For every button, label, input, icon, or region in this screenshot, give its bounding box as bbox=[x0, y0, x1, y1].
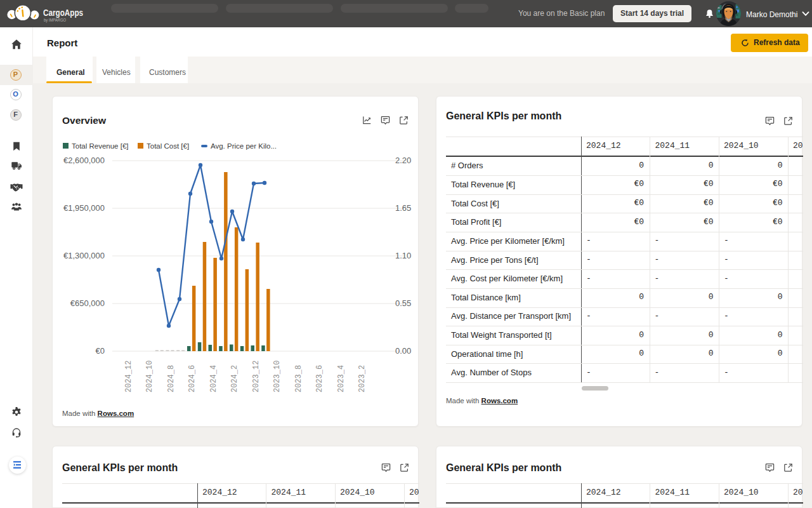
svg-text:2024_8: 2024_8 bbox=[167, 365, 176, 392]
svg-text:0.00: 0.00 bbox=[395, 346, 411, 356]
svg-text:1.65: 1.65 bbox=[395, 203, 411, 213]
svg-text:2023_10: 2023_10 bbox=[273, 361, 282, 392]
svg-text:0.55: 0.55 bbox=[395, 298, 411, 308]
svg-text:2023_2: 2023_2 bbox=[358, 365, 367, 392]
svg-text:€1,300,000: €1,300,000 bbox=[63, 251, 105, 260]
svg-text:1.10: 1.10 bbox=[395, 251, 411, 260]
svg-text:2.20: 2.20 bbox=[395, 156, 411, 165]
svg-text:2023_8: 2023_8 bbox=[294, 365, 303, 392]
svg-text:2024_10: 2024_10 bbox=[145, 361, 154, 392]
svg-text:€0: €0 bbox=[96, 346, 105, 356]
svg-text:2024_6: 2024_6 bbox=[188, 365, 197, 392]
svg-text:2023_12: 2023_12 bbox=[252, 361, 261, 392]
svg-text:2024_2: 2024_2 bbox=[230, 365, 239, 392]
svg-text:2023_4: 2023_4 bbox=[337, 365, 346, 392]
svg-text:2023_6: 2023_6 bbox=[315, 365, 324, 392]
svg-text:2024_12: 2024_12 bbox=[124, 361, 133, 392]
svg-text:2024_4: 2024_4 bbox=[209, 365, 218, 392]
svg-text:€650,000: €650,000 bbox=[70, 298, 105, 308]
svg-text:€2,600,000: €2,600,000 bbox=[63, 156, 105, 165]
svg-text:€1,950,000: €1,950,000 bbox=[63, 203, 105, 213]
